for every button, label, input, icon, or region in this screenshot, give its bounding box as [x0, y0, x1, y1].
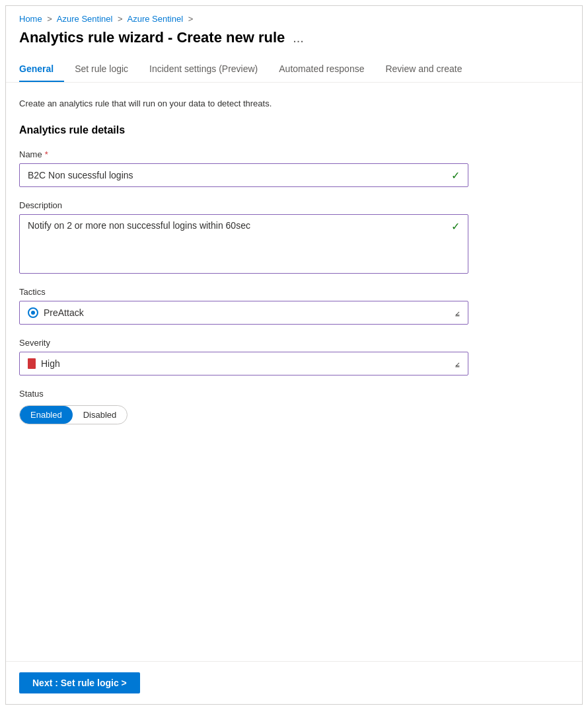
page-header: Analytics rule wizard - Create new rule …: [6, 29, 582, 57]
tab-automated-response[interactable]: Automated response: [268, 57, 375, 82]
tactics-field-group: Tactics PreAttack ⦤: [19, 287, 468, 325]
required-marker: *: [45, 149, 48, 159]
tactics-value: PreAttack: [44, 307, 84, 318]
severity-icon: [28, 358, 36, 369]
footer: Next : Set rule logic >: [6, 661, 582, 704]
breadcrumb-azure-sentinel-1[interactable]: Azure Sentinel: [57, 14, 113, 24]
name-checkmark-icon: ✓: [451, 169, 460, 182]
tab-general[interactable]: General: [19, 57, 64, 82]
severity-select-left: High: [28, 358, 60, 369]
tactics-chevron-icon: ⦤: [455, 308, 460, 317]
description-field-group: Description Notify on 2 or more non succ…: [19, 200, 468, 274]
description-checkmark-icon: ✓: [451, 220, 460, 233]
severity-label: Severity: [19, 338, 468, 348]
description-value: Notify on 2 or more non successful login…: [28, 220, 451, 231]
breadcrumb: Home > Azure Sentinel > Azure Sentinel >: [6, 6, 582, 29]
main-container: Home > Azure Sentinel > Azure Sentinel >…: [5, 5, 583, 705]
status-label: Status: [19, 389, 468, 399]
tactics-select-left: PreAttack: [28, 307, 84, 318]
page-description: Create an analytics rule that will run o…: [19, 99, 569, 108]
breadcrumb-azure-sentinel-2[interactable]: Azure Sentinel: [128, 14, 184, 24]
tab-nav: General Set rule logic Incident settings…: [6, 57, 582, 83]
tab-incident-settings[interactable]: Incident settings (Preview): [139, 57, 268, 82]
name-value: B2C Non sucessful logins: [28, 170, 133, 180]
tactics-label: Tactics: [19, 287, 468, 297]
severity-select[interactable]: High ⦤: [19, 352, 468, 375]
name-label: Name *: [19, 149, 468, 159]
tactics-icon: [28, 307, 38, 318]
form: Analytics rule details Name * B2C Non su…: [19, 124, 468, 424]
severity-field-group: Severity High ⦤: [19, 338, 468, 375]
breadcrumb-home[interactable]: Home: [19, 14, 42, 24]
more-options-icon[interactable]: ...: [293, 30, 304, 46]
description-input[interactable]: Notify on 2 or more non successful login…: [19, 214, 468, 274]
next-button[interactable]: Next : Set rule logic >: [19, 672, 140, 693]
tactics-select[interactable]: PreAttack ⦤: [19, 301, 468, 325]
tab-review-create[interactable]: Review and create: [375, 57, 472, 82]
tab-set-rule-logic[interactable]: Set rule logic: [64, 57, 139, 82]
status-toggle-group: Enabled Disabled: [19, 405, 128, 424]
severity-value: High: [41, 358, 60, 369]
severity-chevron-icon: ⦤: [455, 359, 460, 368]
description-label: Description: [19, 200, 468, 210]
name-input[interactable]: B2C Non sucessful logins ✓: [19, 163, 468, 187]
status-field-group: Status Enabled Disabled: [19, 389, 468, 424]
section-title: Analytics rule details: [19, 124, 468, 136]
page-title: Analytics rule wizard - Create new rule: [19, 29, 285, 46]
status-enabled-button[interactable]: Enabled: [20, 406, 73, 424]
content-area: Create an analytics rule that will run o…: [6, 83, 582, 661]
status-disabled-button[interactable]: Disabled: [73, 406, 128, 424]
name-field-group: Name * B2C Non sucessful logins ✓: [19, 149, 468, 187]
